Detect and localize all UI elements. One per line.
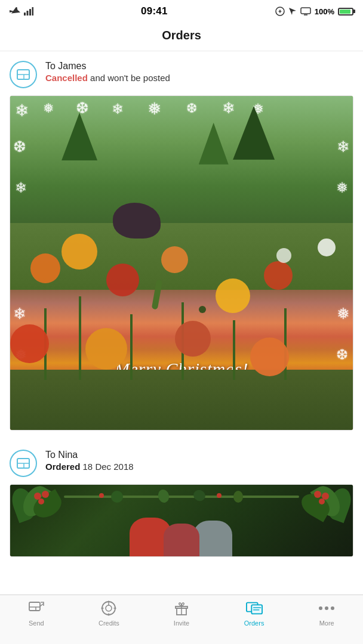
tab-bar: Send Credits bbox=[0, 595, 363, 644]
tab-item-send[interactable]: Send bbox=[0, 600, 73, 627]
order-recipient-james: To James bbox=[45, 61, 353, 72]
card-visual-james: ❄ ❅ ❆ ❄ ❅ ❆ ❄ ❅ ❆ ❄ ❅ ❆ ❄ ❅ bbox=[10, 96, 353, 430]
signal-icon bbox=[24, 7, 33, 16]
order-status-label-nina: Ordered bbox=[45, 462, 80, 472]
svg-rect-13 bbox=[29, 602, 40, 611]
airplane-icon bbox=[10, 7, 20, 16]
svg-rect-1 bbox=[27, 11, 29, 16]
svg-point-30 bbox=[319, 606, 322, 610]
battery-percent: 100% bbox=[315, 7, 334, 16]
svg-rect-2 bbox=[29, 9, 31, 16]
orders-tab-icon bbox=[246, 600, 263, 617]
svg-point-31 bbox=[325, 606, 328, 610]
order-status-suffix-james: and won't be posted bbox=[88, 73, 170, 83]
location-arrow-icon bbox=[288, 7, 297, 16]
svg-rect-3 bbox=[32, 7, 34, 16]
card-image-nina[interactable] bbox=[10, 484, 353, 557]
card-partial-nina bbox=[10, 485, 353, 556]
invite-tab-icon bbox=[173, 600, 190, 617]
svg-line-16 bbox=[40, 603, 44, 606]
battery-icon bbox=[338, 8, 353, 16]
credits-icon bbox=[101, 600, 116, 616]
tab-item-invite[interactable]: Invite bbox=[145, 600, 218, 627]
postcard-icon-nina bbox=[17, 457, 30, 470]
order-recipient-nina: To Nina bbox=[45, 450, 353, 460]
credits-tab-label: Credits bbox=[99, 620, 119, 627]
svg-rect-0 bbox=[24, 13, 26, 16]
order-header-nina: To Nina Ordered 18 Dec 2018 bbox=[0, 450, 363, 484]
credits-tab-icon bbox=[100, 600, 117, 617]
order-header-james: To James Cancelled and won't be posted bbox=[0, 61, 363, 95]
location-icon bbox=[275, 7, 285, 16]
svg-rect-5 bbox=[301, 8, 310, 14]
tab-item-credits[interactable]: Credits bbox=[73, 600, 146, 627]
order-item-james[interactable]: To James Cancelled and won't be posted bbox=[0, 51, 363, 431]
postcard-icon bbox=[17, 68, 30, 81]
more-icon bbox=[319, 606, 334, 611]
status-bar: 09:41 100% bbox=[0, 0, 363, 23]
more-tab-label: More bbox=[319, 620, 334, 627]
order-item-nina[interactable]: To Nina Ordered 18 Dec 2018 bbox=[0, 440, 363, 557]
svg-point-22 bbox=[106, 605, 112, 611]
order-icon-nina bbox=[10, 450, 37, 477]
status-time: 09:41 bbox=[141, 5, 168, 17]
page-title: Orders bbox=[0, 23, 363, 51]
order-status-james: Cancelled and won't be posted bbox=[45, 73, 353, 83]
screen-icon bbox=[300, 7, 311, 16]
snowflake-ml5: ❄ bbox=[13, 305, 26, 323]
send-tab-label: Send bbox=[29, 620, 44, 627]
orders-icon bbox=[246, 601, 263, 615]
orders-tab-label: Orders bbox=[244, 620, 264, 627]
svg-point-32 bbox=[331, 606, 334, 610]
status-left bbox=[10, 7, 33, 16]
gift-icon bbox=[174, 600, 189, 616]
garden-scene: ❄ ❅ ❆ ❄ ❅ ❆ ❄ ❅ ❆ ❄ ❅ ❆ ❄ ❅ bbox=[10, 96, 353, 430]
order-status-suffix-nina: 18 Dec 2018 bbox=[80, 462, 133, 472]
tab-item-orders[interactable]: Orders bbox=[218, 600, 291, 627]
order-info-nina: To Nina Ordered 18 Dec 2018 bbox=[45, 450, 353, 472]
more-tab-icon bbox=[318, 600, 335, 617]
order-icon-james bbox=[10, 61, 37, 88]
order-info-james: To James Cancelled and won't be posted bbox=[45, 61, 353, 83]
order-status-label-james: Cancelled bbox=[45, 73, 88, 83]
status-right: 100% bbox=[275, 7, 353, 16]
send-tab-icon bbox=[28, 600, 45, 617]
send-icon bbox=[29, 601, 44, 615]
order-status-nina: Ordered 18 Dec 2018 bbox=[45, 462, 353, 472]
tab-item-more[interactable]: More bbox=[290, 600, 363, 627]
orders-list: To James Cancelled and won't be posted bbox=[0, 51, 363, 611]
invite-tab-label: Invite bbox=[174, 620, 189, 627]
svg-rect-27 bbox=[251, 605, 262, 614]
snowflake-mr5: ❅ bbox=[337, 305, 350, 323]
card-image-james[interactable]: ❄ ❅ ❆ ❄ ❅ ❆ ❄ ❅ ❆ ❄ ❅ ❆ ❄ ❅ bbox=[10, 95, 353, 431]
